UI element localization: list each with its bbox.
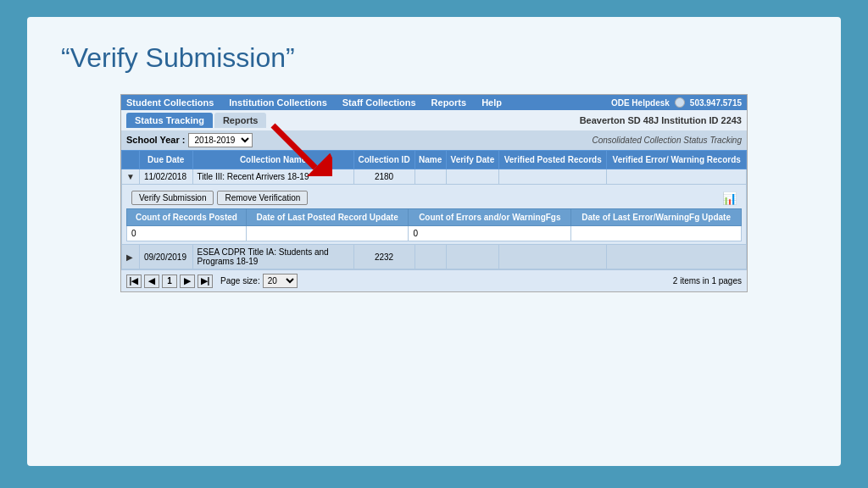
slide-title: “Verify Submission” xyxy=(61,42,807,74)
remove-verification-button[interactable]: Remove Verification xyxy=(217,191,308,205)
school-year-select[interactable]: 2018-2019 xyxy=(188,133,253,147)
school-year-row: School Year : 2018-2019 Consolidated Col… xyxy=(121,130,747,150)
page-size-label: Page size: xyxy=(220,276,260,286)
school-year-area: School Year : 2018-2019 xyxy=(126,133,253,147)
row2-verify-date xyxy=(446,245,498,269)
page-size-select[interactable]: 20 50 100 xyxy=(263,274,298,288)
nav-help[interactable]: Help xyxy=(481,97,502,108)
row1-collection-id: 2180 xyxy=(353,169,415,185)
row2-verified-error xyxy=(607,245,747,269)
helpdesk-area: ODE Helpdesk 503.947.5715 xyxy=(611,97,742,108)
row2-name xyxy=(415,245,446,269)
row2-due-date: 09/20/2019 xyxy=(139,245,192,269)
row1-due-date: 11/02/2018 xyxy=(139,169,192,185)
sub-col-last-posted: Date of Last Posted Record Update xyxy=(246,209,409,226)
sub-header: Status Tracking Reports Beaverton SD 48J… xyxy=(121,110,747,130)
pagination-controls: |◀ ◀ 1 ▶ ▶| Page size: 20 50 100 xyxy=(126,274,298,288)
sub-col-count-posted: Count of Records Posted xyxy=(127,209,247,226)
row1-verified-error xyxy=(607,169,747,185)
expand-arrow-2[interactable]: ▶ xyxy=(126,252,133,262)
tab-status-tracking[interactable]: Status Tracking xyxy=(126,113,213,128)
sub-col-last-error: Date of Last Error/WarningFg Update xyxy=(571,209,742,226)
expand-arrow-1[interactable]: ▼ xyxy=(126,172,135,181)
row2-verified-posted xyxy=(499,245,607,269)
tab-reports[interactable]: Reports xyxy=(214,113,267,128)
phone-icon xyxy=(675,97,685,108)
nav-bar: Student Collections Institution Collecti… xyxy=(121,95,747,110)
sub-count-errors: 0 xyxy=(409,226,571,241)
row1-verified-posted xyxy=(499,169,607,185)
col-due-date: Due Date xyxy=(139,151,192,169)
table-row: ▼ 11/02/2018 Title III: Recent Arrivers … xyxy=(122,169,747,185)
col-collection-id: Collection ID xyxy=(353,151,415,169)
prev-page-button[interactable]: ◀ xyxy=(144,274,159,288)
row2-collection-id: 2232 xyxy=(353,245,415,269)
table-row: ▶ 09/20/2019 ESEA CDPR Title IA: Student… xyxy=(122,245,747,269)
expanded-content-row: Verify Submission Remove Verification 📊 … xyxy=(122,185,747,245)
sub-table-row: 0 0 xyxy=(127,226,742,241)
row2-toggle[interactable]: ▶ xyxy=(122,245,140,269)
sub-last-posted xyxy=(246,226,409,241)
current-page: 1 xyxy=(162,274,177,288)
last-page-button[interactable]: ▶| xyxy=(198,274,213,288)
helpdesk-label: ODE Helpdesk xyxy=(611,98,670,108)
row1-toggle[interactable]: ▼ xyxy=(122,169,140,185)
export-icon[interactable]: 📊 xyxy=(722,191,737,205)
pagination-row: |◀ ◀ 1 ▶ ▶| Page size: 20 50 100 2 items… xyxy=(121,269,747,291)
col-verified-error: Verified Error/ Warning Records xyxy=(607,151,747,169)
row1-verify-date xyxy=(446,169,498,185)
pagination-summary: 2 items in 1 pages xyxy=(673,276,742,286)
institution-name: Beaverton SD 48J xyxy=(580,115,659,125)
table-header-row: Due Date Collection Name Collection ID N… xyxy=(122,151,747,169)
row2-collection-name: ESEA CDPR Title IA: Students and Program… xyxy=(192,245,353,269)
action-buttons-area: Verify Submission Remove Verification 📊 xyxy=(126,187,742,208)
tab-group: Status Tracking Reports xyxy=(126,113,266,128)
sub-count-posted: 0 xyxy=(127,226,247,241)
tracking-title: Consolidated Collection Status Tracking xyxy=(592,136,742,145)
col-name: Name xyxy=(415,151,446,169)
sub-last-error xyxy=(571,226,742,241)
row1-name xyxy=(415,169,446,185)
helpdesk-phone: 503.947.5715 xyxy=(690,98,742,108)
app-ui: Student Collections Institution Collecti… xyxy=(120,94,748,292)
sub-table-header: Count of Records Posted Date of Last Pos… xyxy=(127,209,742,226)
sub-col-count-errors: Count of Errors and/or WarningFgs xyxy=(409,209,571,226)
institution-id: 2243 xyxy=(721,115,742,125)
main-table: Due Date Collection Name Collection ID N… xyxy=(121,150,747,269)
col-verified-posted: Verified Posted Records xyxy=(499,151,607,169)
next-page-button[interactable]: ▶ xyxy=(180,274,195,288)
slide-container: “Verify Submission” Student Collections … xyxy=(27,17,841,466)
sub-table: Count of Records Posted Date of Last Pos… xyxy=(126,208,742,241)
first-page-button[interactable]: |◀ xyxy=(126,274,142,288)
school-year-label: School Year : xyxy=(126,135,186,145)
action-buttons-left: Verify Submission Remove Verification xyxy=(131,191,308,205)
institution-info: Beaverton SD 48J Institution ID 2243 xyxy=(580,115,742,125)
nav-institution-collections[interactable]: Institution Collections xyxy=(229,97,327,108)
institution-id-label: Institution ID xyxy=(661,115,718,125)
nav-student-collections[interactable]: Student Collections xyxy=(126,97,214,108)
col-verify-date: Verify Date xyxy=(446,151,498,169)
verify-submission-button[interactable]: Verify Submission xyxy=(131,191,214,205)
expanded-cell: Verify Submission Remove Verification 📊 … xyxy=(122,185,747,245)
col-toggle xyxy=(122,151,140,169)
col-collection-name: Collection Name xyxy=(192,151,353,169)
nav-staff-collections[interactable]: Staff Collections xyxy=(342,97,416,108)
nav-reports[interactable]: Reports xyxy=(431,97,467,108)
row1-collection-name: Title III: Recent Arrivers 18-19 xyxy=(192,169,353,185)
